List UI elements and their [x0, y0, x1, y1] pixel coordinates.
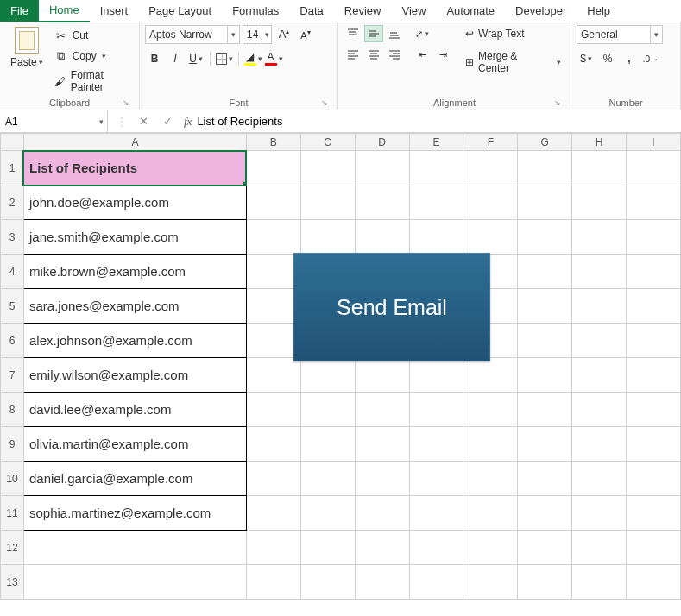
increase-font-button[interactable]: A▴ — [274, 25, 293, 44]
cell-I13[interactable] — [627, 565, 681, 600]
cell-G13[interactable] — [518, 565, 572, 600]
increase-indent-button[interactable]: ⇥ — [433, 46, 452, 63]
cell-H3[interactable] — [572, 220, 627, 255]
tab-file[interactable]: File — [0, 0, 39, 22]
cell-D11[interactable] — [355, 496, 409, 531]
tab-home[interactable]: Home — [39, 0, 90, 22]
cell-A8[interactable]: david.lee@example.com — [23, 393, 246, 427]
align-bottom-button[interactable] — [385, 25, 404, 42]
cell-H2[interactable] — [572, 185, 627, 220]
borders-button[interactable]: ▾ — [215, 49, 234, 68]
cell-B10[interactable] — [246, 462, 300, 496]
bold-button[interactable]: B — [145, 49, 164, 68]
cell-A7[interactable]: emily.wilson@example.com — [23, 358, 246, 393]
cell-H9[interactable] — [572, 427, 627, 462]
format-painter-button[interactable]: 🖌 Format Painter — [52, 68, 134, 94]
cell-H6[interactable] — [572, 324, 627, 358]
cell-D2[interactable] — [355, 185, 409, 220]
cell-A4[interactable]: mike.brown@example.com — [23, 255, 246, 289]
cell-A13[interactable] — [23, 565, 246, 600]
column-header-H[interactable]: H — [572, 134, 627, 151]
italic-button[interactable]: I — [166, 49, 185, 68]
cell-E8[interactable] — [409, 393, 463, 427]
cell-I9[interactable] — [627, 427, 681, 462]
row-header-1[interactable]: 1 — [1, 151, 24, 185]
cell-E7[interactable] — [409, 358, 463, 393]
cell-F2[interactable] — [463, 185, 518, 220]
cell-E10[interactable] — [409, 462, 463, 496]
row-header-8[interactable]: 8 — [1, 393, 24, 427]
cell-A12[interactable] — [23, 531, 246, 565]
font-size-combo[interactable]: 14 ▾ — [243, 25, 272, 44]
row-header-13[interactable]: 13 — [1, 565, 24, 600]
cancel-formula-button[interactable]: ✕ — [136, 115, 151, 128]
chevron-down-icon[interactable]: ▾ — [96, 117, 107, 126]
cell-G8[interactable] — [518, 393, 572, 427]
fill-color-button[interactable]: ◢ ▾ — [243, 49, 262, 68]
align-right-button[interactable] — [385, 46, 404, 63]
row-header-2[interactable]: 2 — [1, 185, 24, 220]
cell-A2[interactable]: john.doe@example.com — [23, 185, 246, 220]
cell-F10[interactable] — [463, 462, 518, 496]
wrap-text-button[interactable]: ↩ Wrap Text — [461, 25, 565, 42]
cell-H5[interactable] — [572, 289, 627, 324]
cell-G1[interactable] — [518, 151, 572, 185]
cell-H12[interactable] — [572, 531, 627, 565]
row-header-7[interactable]: 7 — [1, 358, 24, 393]
column-header-G[interactable]: G — [518, 134, 572, 151]
cell-I3[interactable] — [627, 220, 681, 255]
column-header-B[interactable]: B — [246, 134, 300, 151]
cell-G9[interactable] — [518, 427, 572, 462]
cell-A9[interactable]: olivia.martin@example.com — [23, 427, 246, 462]
cell-F8[interactable] — [463, 393, 518, 427]
column-header-A[interactable]: A — [23, 134, 246, 151]
cell-I11[interactable] — [627, 496, 681, 531]
cell-G11[interactable] — [518, 496, 572, 531]
cell-D13[interactable] — [355, 565, 409, 600]
tab-page-layout[interactable]: Page Layout — [138, 0, 222, 22]
accounting-format-button[interactable]: $▾ — [577, 49, 596, 68]
cell-G5[interactable] — [518, 289, 572, 324]
align-left-button[interactable] — [344, 46, 363, 63]
cell-B1[interactable] — [246, 151, 300, 185]
cell-H8[interactable] — [572, 393, 627, 427]
cell-I8[interactable] — [627, 393, 681, 427]
align-middle-button[interactable] — [364, 25, 383, 42]
cell-B11[interactable] — [246, 496, 300, 531]
name-box[interactable]: ▾ — [0, 110, 108, 132]
cell-G6[interactable] — [518, 324, 572, 358]
cell-C7[interactable] — [300, 358, 355, 393]
cell-A3[interactable]: jane.smith@example.com — [23, 220, 246, 255]
cell-A1[interactable]: List of Recipients — [23, 151, 246, 185]
orientation-button[interactable]: ⤢▾ — [413, 25, 432, 42]
cell-E9[interactable] — [409, 427, 463, 462]
percent-format-button[interactable]: % — [598, 49, 617, 68]
row-header-11[interactable]: 11 — [1, 496, 24, 531]
cell-D8[interactable] — [355, 393, 409, 427]
row-header-10[interactable]: 10 — [1, 462, 24, 496]
cell-D10[interactable] — [355, 462, 409, 496]
cell-A6[interactable]: alex.johnson@example.com — [23, 324, 246, 358]
cell-A11[interactable]: sophia.martinez@example.com — [23, 496, 246, 531]
row-header-4[interactable]: 4 — [1, 255, 24, 289]
cell-F1[interactable] — [463, 151, 518, 185]
cell-I4[interactable] — [627, 255, 681, 289]
cell-B8[interactable] — [246, 393, 300, 427]
cell-B13[interactable] — [246, 565, 300, 600]
cell-B3[interactable] — [246, 220, 300, 255]
cell-I5[interactable] — [627, 289, 681, 324]
cell-C1[interactable] — [300, 151, 355, 185]
cell-C8[interactable] — [300, 393, 355, 427]
cell-F3[interactable] — [463, 220, 518, 255]
send-email-button[interactable]: Send Email — [293, 253, 490, 361]
align-top-button[interactable] — [344, 25, 363, 42]
cell-B6[interactable] — [246, 324, 300, 358]
name-box-input[interactable] — [0, 116, 96, 128]
cell-H11[interactable] — [572, 496, 627, 531]
cell-A10[interactable]: daniel.garcia@example.com — [23, 462, 246, 496]
cell-E12[interactable] — [409, 531, 463, 565]
tab-formulas[interactable]: Formulas — [222, 0, 289, 22]
tab-automate[interactable]: Automate — [436, 0, 505, 22]
select-all-corner[interactable] — [1, 134, 24, 151]
cell-H4[interactable] — [572, 255, 627, 289]
